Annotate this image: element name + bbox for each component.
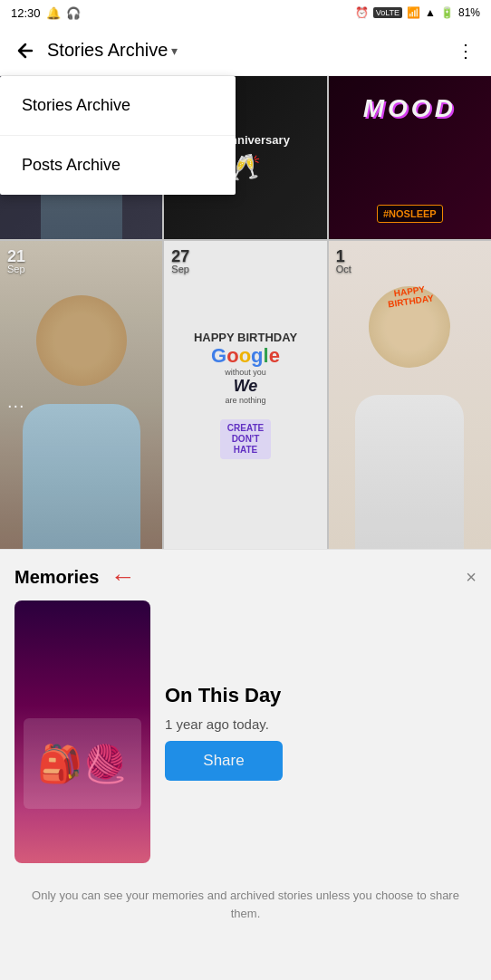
page-title: Stories Archive (47, 40, 168, 61)
alarm-icon: ⏰ (355, 6, 369, 19)
time-display: 12:30 (11, 6, 41, 20)
volte-badge: VoLTE (373, 7, 402, 18)
media-icon: 🎧 (66, 6, 81, 20)
battery-level: 81% (458, 6, 480, 19)
more-options-button[interactable]: ⋮ (448, 33, 484, 69)
back-button[interactable] (7, 33, 43, 69)
signal-icon: ▲ (425, 6, 436, 19)
status-left: 12:30 🔔 🎧 (11, 6, 81, 20)
dropdown-item-posts-archive[interactable]: Posts Archive (0, 136, 236, 195)
dropdown-menu: Stories Archive Posts Archive (0, 76, 236, 195)
dropdown-arrow-icon[interactable]: ▾ (171, 43, 178, 58)
dropdown-item-stories-archive[interactable]: Stories Archive (0, 76, 236, 136)
status-right: ⏰ VoLTE 📶 ▲ 🔋 81% (355, 6, 480, 19)
battery-icon: 🔋 (440, 6, 454, 19)
title-area: Stories Archive ▾ (47, 40, 448, 61)
status-bar: 12:30 🔔 🎧 ⏰ VoLTE 📶 ▲ 🔋 81% (0, 0, 491, 25)
notification-icon: 🔔 (46, 6, 61, 20)
top-bar: Stories Archive ▾ ⋮ (0, 25, 491, 76)
dropdown-overlay[interactable] (0, 76, 491, 980)
wifi-icon: 📶 (407, 6, 420, 19)
